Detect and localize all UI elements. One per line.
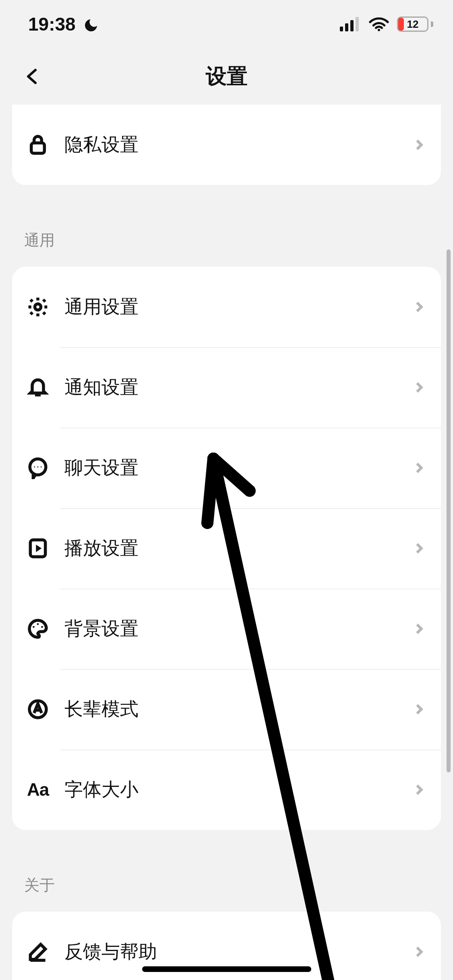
row-label: 播放设置 — [64, 536, 413, 561]
svg-rect-0 — [340, 27, 343, 31]
svg-point-8 — [37, 466, 39, 467]
status-bar: 19:38 12 — [0, 0, 453, 48]
back-button[interactable] — [20, 64, 44, 89]
gear-icon — [25, 294, 51, 320]
content: 隐私设置 通用 通用设置 通知设置 聊天设置 — [0, 105, 453, 980]
svg-rect-4 — [31, 143, 45, 153]
battery-percentage: 12 — [397, 16, 428, 32]
chevron-right-icon — [413, 138, 426, 151]
font-icon: Aa — [25, 777, 51, 803]
svg-point-11 — [33, 626, 35, 628]
chevron-right-icon — [413, 381, 426, 394]
chevron-right-icon — [413, 945, 426, 958]
home-indicator — [142, 966, 311, 972]
palette-icon — [25, 616, 51, 642]
svg-point-13 — [41, 626, 43, 628]
page-title: 设置 — [206, 62, 248, 91]
lock-icon — [25, 132, 51, 158]
chevron-right-icon — [413, 783, 426, 796]
bell-icon — [25, 375, 51, 400]
row-label: 长辈模式 — [64, 697, 413, 722]
svg-point-12 — [37, 623, 39, 625]
navigation-bar: 设置 — [0, 48, 453, 105]
row-elder-mode[interactable]: 长辈模式 — [12, 669, 441, 749]
row-notification-settings[interactable]: 通知设置 — [12, 347, 441, 428]
row-label: 通用设置 — [64, 294, 413, 319]
status-time: 19:38 — [28, 13, 76, 35]
chevron-right-icon — [413, 703, 426, 716]
row-label: 聊天设置 — [64, 455, 413, 480]
wifi-icon — [369, 16, 389, 32]
chevron-right-icon — [413, 461, 426, 474]
svg-point-7 — [34, 466, 35, 467]
scrollbar[interactable] — [447, 249, 451, 772]
row-playback-settings[interactable]: 播放设置 — [12, 508, 441, 589]
do-not-disturb-icon — [83, 16, 99, 32]
svg-rect-1 — [345, 23, 348, 31]
settings-group-general: 通用设置 通知设置 聊天设置 播放设置 — [12, 267, 441, 830]
row-background-settings[interactable]: 背景设置 — [12, 589, 441, 669]
row-label: 隐私设置 — [64, 132, 413, 157]
battery-indicator: 12 — [397, 16, 431, 32]
chevron-right-icon — [413, 301, 426, 313]
svg-rect-2 — [350, 20, 354, 31]
chat-icon — [25, 455, 51, 481]
svg-point-5 — [35, 304, 41, 310]
svg-point-9 — [41, 466, 42, 467]
row-label: 反馈与帮助 — [64, 939, 413, 964]
pencil-icon — [25, 939, 51, 965]
section-label-general: 通用 — [12, 205, 441, 267]
row-general-settings[interactable]: 通用设置 — [12, 267, 441, 347]
svg-rect-3 — [356, 17, 359, 31]
row-label: 通知设置 — [64, 375, 413, 400]
chevron-right-icon — [413, 622, 426, 635]
cellular-signal-icon — [340, 17, 361, 31]
row-label: 字体大小 — [64, 777, 413, 802]
row-privacy-settings[interactable]: 隐私设置 — [12, 105, 441, 185]
settings-group-privacy: 隐私设置 — [12, 105, 441, 185]
chevron-right-icon — [413, 542, 426, 555]
row-font-size[interactable]: Aa 字体大小 — [12, 749, 441, 830]
elder-icon — [25, 696, 51, 722]
row-chat-settings[interactable]: 聊天设置 — [12, 428, 441, 508]
row-label: 背景设置 — [64, 616, 413, 641]
play-icon — [25, 535, 51, 561]
section-label-about: 关于 — [12, 850, 441, 912]
